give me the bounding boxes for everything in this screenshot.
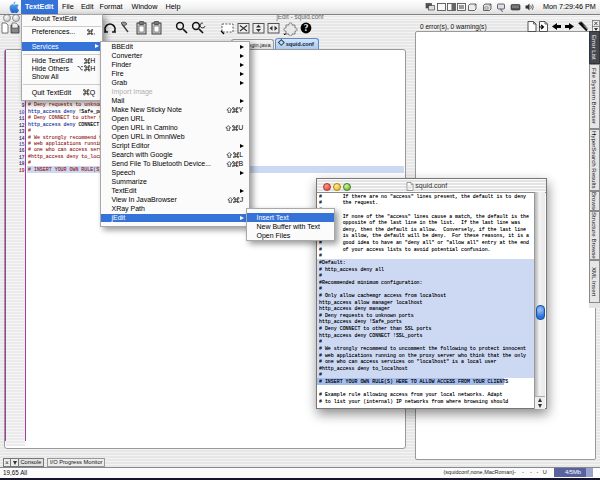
svg-text:?: ? (304, 23, 309, 33)
